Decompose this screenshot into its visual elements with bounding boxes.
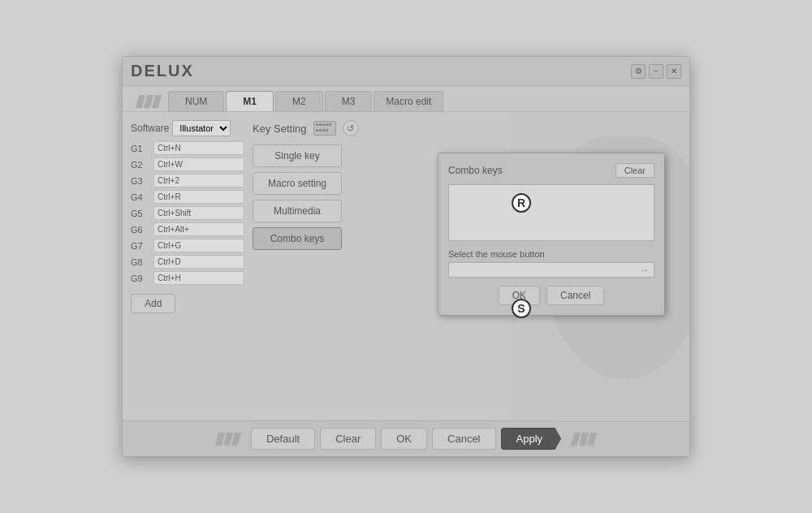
tab-num[interactable]: NUM	[168, 91, 224, 111]
tab-macro-edit[interactable]: Macro edit	[374, 91, 443, 111]
tab-m2[interactable]: M2	[275, 91, 323, 111]
dialog-header-row: Combo keys Clear	[448, 163, 654, 178]
clear-button[interactable]: Clear	[320, 428, 376, 450]
dialog-buttons: OK Cancel	[448, 286, 654, 305]
bottom-bar: Default Clear OK Cancel Apply	[123, 420, 689, 456]
stripe-decoration	[137, 95, 160, 108]
combo-keys-label: Combo keys	[448, 165, 503, 176]
bottom-stripe-left	[217, 433, 240, 446]
title-bar: DELUX ⚙ − ✕	[123, 57, 689, 86]
apply-button[interactable]: Apply	[501, 428, 562, 450]
annotation-s: S	[512, 299, 531, 318]
app-window: DELUX ⚙ − ✕ NUM M1 M2 M3 Macro edit Soft…	[122, 56, 690, 457]
dialog-overlay: Combo keys Clear Select the mouse button…	[123, 112, 689, 420]
window-controls: ⚙ − ✕	[631, 64, 681, 79]
tab-m3[interactable]: M3	[325, 91, 373, 111]
annotation-r: R	[512, 193, 531, 213]
cancel-button[interactable]: Cancel	[432, 428, 495, 450]
default-button[interactable]: Default	[251, 428, 315, 450]
ok-button[interactable]: OK	[381, 428, 427, 450]
bottom-stripe-right	[572, 433, 595, 446]
settings-button[interactable]: ⚙	[631, 64, 646, 79]
tab-m1[interactable]: M1	[226, 91, 274, 111]
tab-bar: NUM M1 M2 M3 Macro edit	[123, 86, 689, 112]
close-button[interactable]: ✕	[667, 64, 681, 79]
combo-clear-button[interactable]: Clear	[615, 163, 654, 178]
mouse-select-input[interactable]: →	[448, 262, 654, 278]
combo-keys-dialog: Combo keys Clear Select the mouse button…	[438, 153, 665, 316]
main-content: Software Illustator G1 Ctrl+N G2 Ctrl+W …	[123, 112, 689, 420]
mouse-arrow-icon: →	[641, 265, 649, 274]
minimize-button[interactable]: −	[649, 64, 663, 79]
mouse-select-label: Select the mouse button	[448, 249, 654, 259]
dialog-cancel-button[interactable]: Cancel	[546, 286, 604, 305]
combo-input-area[interactable]	[448, 184, 654, 241]
app-logo: DELUX	[131, 62, 194, 80]
